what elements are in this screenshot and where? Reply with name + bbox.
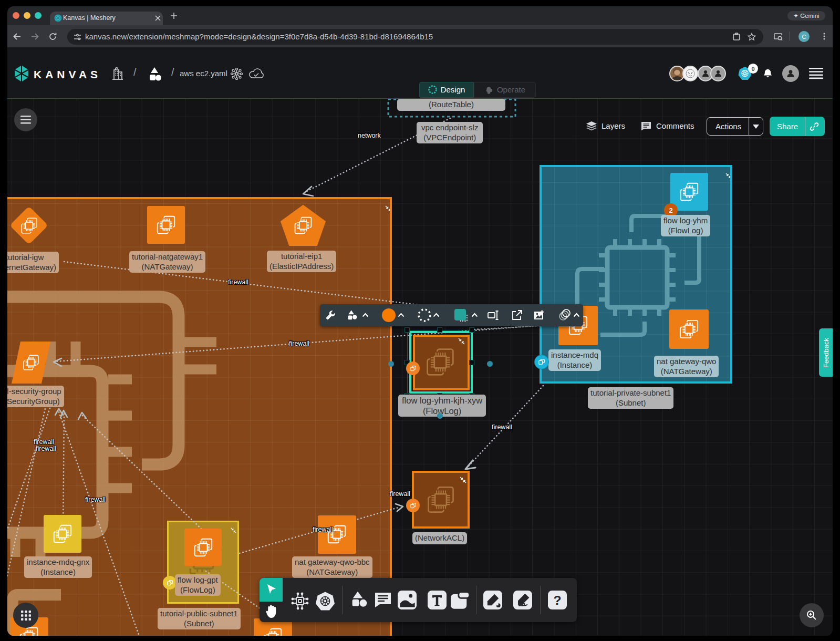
svg-text:?: ? xyxy=(553,593,561,607)
